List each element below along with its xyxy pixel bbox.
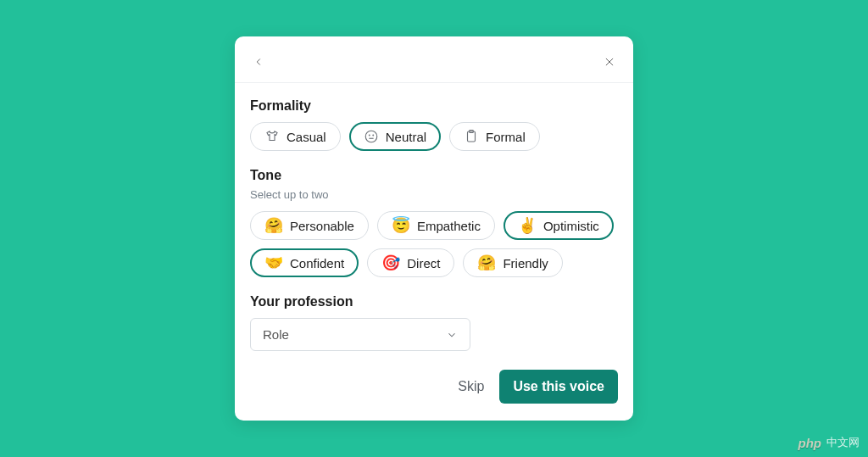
halo-face-icon: 😇 <box>392 218 410 233</box>
profession-select[interactable]: Role <box>250 318 470 351</box>
chip-label: Friendly <box>503 257 548 270</box>
watermark-badge: php <box>798 436 822 450</box>
divider <box>235 82 633 83</box>
handshake-icon: 🤝 <box>264 255 283 270</box>
smiling-face-icon: 🤗 <box>477 255 496 270</box>
use-voice-button[interactable]: Use this voice <box>499 370 618 404</box>
tone-option-confident[interactable]: 🤝 Confident <box>250 248 359 277</box>
neutral-face-icon <box>364 129 379 144</box>
tshirt-icon <box>264 129 280 144</box>
clipboard-icon <box>464 129 479 144</box>
formality-options: Casual Neutral Formal <box>250 122 618 151</box>
chip-label: Confident <box>290 257 344 270</box>
tone-option-direct[interactable]: 🎯 Direct <box>367 248 454 277</box>
hugging-face-icon: 🤗 <box>264 218 283 233</box>
card-header <box>250 52 618 72</box>
profession-select-wrap: Role <box>250 318 470 351</box>
voice-settings-card: Formality Casual Neutral Formal Tone Sel… <box>235 36 633 421</box>
svg-point-4 <box>373 135 374 136</box>
chip-label: Optimistic <box>543 220 599 232</box>
tone-title: Tone <box>250 168 618 183</box>
tone-options: 🤗 Personable 😇 Empathetic ✌️ Optimistic … <box>250 211 618 277</box>
card-footer: Skip Use this voice <box>250 370 618 404</box>
profession-placeholder: Role <box>263 327 289 342</box>
formality-option-casual[interactable]: Casual <box>250 122 341 151</box>
chevron-down-icon <box>446 329 458 341</box>
skip-button[interactable]: Skip <box>458 379 484 394</box>
tone-option-optimistic[interactable]: ✌️ Optimistic <box>504 211 614 240</box>
close-button[interactable] <box>601 53 618 70</box>
chip-label: Casual <box>287 131 326 143</box>
svg-point-3 <box>369 135 370 136</box>
formality-option-neutral[interactable]: Neutral <box>349 122 441 151</box>
watermark: php 中文网 <box>798 435 860 450</box>
formality-option-formal[interactable]: Formal <box>449 122 540 151</box>
tone-option-empathetic[interactable]: 😇 Empathetic <box>377 211 495 240</box>
svg-point-2 <box>365 131 377 142</box>
profession-title: Your profession <box>250 294 618 309</box>
chip-label: Direct <box>407 257 440 270</box>
watermark-text: 中文网 <box>826 435 860 450</box>
back-button[interactable] <box>250 53 267 70</box>
formality-title: Formality <box>250 98 618 114</box>
close-icon <box>604 56 615 68</box>
chevron-left-icon <box>253 56 264 68</box>
chip-label: Formal <box>486 131 526 143</box>
tone-subtitle: Select up to two <box>250 188 618 201</box>
chip-label: Empathetic <box>417 220 481 232</box>
target-icon: 🎯 <box>381 255 400 270</box>
tone-option-personable[interactable]: 🤗 Personable <box>250 211 369 240</box>
tone-option-friendly[interactable]: 🤗 Friendly <box>463 248 562 277</box>
victory-hand-icon: ✌️ <box>518 218 537 233</box>
chip-label: Personable <box>290 220 354 232</box>
chip-label: Neutral <box>386 131 426 143</box>
